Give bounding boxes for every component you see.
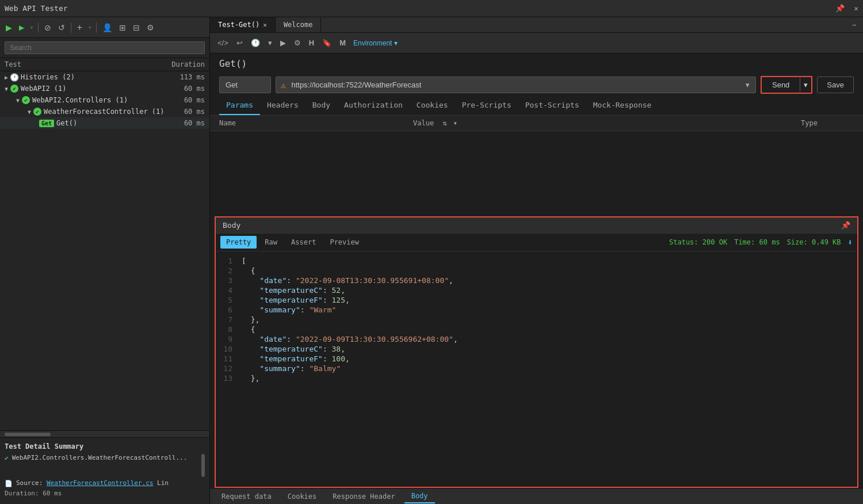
tab-test-get-label: Test-Get() bbox=[218, 21, 259, 29]
param-tab-auth[interactable]: Authorization bbox=[337, 96, 410, 115]
horizontal-scrollbar[interactable] bbox=[0, 430, 209, 437]
param-tab-body[interactable]: Body bbox=[306, 96, 337, 115]
chevron-histories[interactable]: ▶ bbox=[5, 74, 8, 81]
run-button[interactable]: ▶ bbox=[17, 22, 26, 33]
run-rt-button[interactable]: ▶ bbox=[277, 37, 289, 48]
tree-header-test: Test bbox=[5, 60, 159, 68]
send-wrap: Send ▾ bbox=[761, 76, 812, 94]
code-line: 9 "date": "2022-09-09T13:30:30.9556962+0… bbox=[216, 334, 857, 344]
settings-rt-button[interactable]: ⚙ bbox=[291, 37, 304, 48]
send-button[interactable]: Send bbox=[761, 76, 800, 94]
bottom-tab-request[interactable]: Request data bbox=[215, 490, 278, 503]
request-title: Get() bbox=[210, 54, 863, 74]
tab-test-get-close[interactable]: ✕ bbox=[263, 21, 267, 29]
tree-header: Test Duration bbox=[0, 58, 209, 71]
download-icon[interactable]: ⬇ bbox=[848, 238, 853, 247]
grid-button[interactable]: ⊞ bbox=[117, 22, 128, 33]
history-dropdown-button[interactable]: ▾ bbox=[265, 37, 275, 48]
line-content: "summary": "Warm" bbox=[242, 306, 857, 314]
body-pin-icon[interactable]: 📌 bbox=[841, 221, 850, 230]
pin-icon[interactable]: 📌 bbox=[835, 4, 845, 13]
environment-button[interactable]: Environment ▾ bbox=[353, 39, 398, 47]
sort-icon[interactable]: ⇅ bbox=[442, 119, 446, 127]
tree-item-weathercontroller[interactable]: ▼ ✔ WeatherForecastController (1) 60 ms bbox=[0, 106, 209, 117]
detail-item-class: ✔ WebAPI2.Controllers.WeatherForecastCon… bbox=[5, 454, 205, 477]
params-table-body bbox=[210, 131, 863, 212]
params-table-header: Name Value ⇅ ▾ Type bbox=[210, 116, 863, 131]
code-line: 4 "temperatureC": 52, bbox=[216, 285, 857, 295]
tree-item-histories[interactable]: ▶ 🕐 Histories (2) 113 ms bbox=[0, 71, 209, 83]
add-button[interactable]: + bbox=[75, 21, 85, 34]
chevron-weathercontroller[interactable]: ▼ bbox=[28, 109, 31, 115]
close-icon[interactable]: ✕ bbox=[854, 4, 858, 13]
line-content: "summary": "Balmy" bbox=[242, 364, 857, 373]
bottom-tab-response-header[interactable]: Response Header bbox=[326, 490, 402, 503]
detail-summary-title: Test Detail Summary bbox=[5, 442, 205, 450]
env-dropdown-icon: ▾ bbox=[394, 39, 398, 47]
method-select[interactable]: Get Post Put Delete Patch bbox=[219, 77, 271, 93]
resp-tab-pretty[interactable]: Pretty bbox=[220, 236, 257, 249]
param-tab-params[interactable]: Params bbox=[219, 96, 260, 115]
title-bar: Web API Tester 📌 ✕ bbox=[0, 0, 863, 17]
detail-class-text: WebAPI2.Controllers.WeatherForecastContr… bbox=[12, 454, 198, 461]
line-number: 7 bbox=[216, 315, 242, 324]
bottom-tab-body[interactable]: Body bbox=[404, 490, 435, 503]
line-number: 1 bbox=[216, 257, 242, 265]
check-icon: ✔ bbox=[5, 455, 9, 462]
h-button[interactable]: H bbox=[306, 37, 317, 48]
tab-welcome[interactable]: Welcome bbox=[276, 17, 322, 32]
tree-item-webapi2[interactable]: ▼ ✔ WebAPI2 (1) 60 ms bbox=[0, 83, 209, 94]
resp-tab-raw[interactable]: Raw bbox=[259, 236, 283, 249]
sort-dropdown[interactable]: ▾ bbox=[453, 119, 457, 127]
param-tab-postscripts[interactable]: Post-Scripts bbox=[518, 96, 586, 115]
param-tabs: Params Headers Body Authorization Cookie… bbox=[210, 96, 863, 116]
resp-tab-preview[interactable]: Preview bbox=[324, 236, 365, 249]
url-dropdown-button[interactable]: ▾ bbox=[744, 79, 751, 90]
bottom-tab-cookies[interactable]: Cookies bbox=[281, 490, 324, 503]
history-button[interactable]: 🕐 bbox=[248, 37, 263, 48]
line-number: 6 bbox=[216, 306, 242, 314]
resp-tab-assert[interactable]: Assert bbox=[285, 236, 322, 249]
stop-button[interactable]: ⊘ bbox=[42, 22, 54, 33]
code-line: 11 "temperatureF": 100, bbox=[216, 354, 857, 364]
webapi2-label: WebAPI2 (1) bbox=[21, 85, 165, 93]
save-button[interactable]: Save bbox=[817, 77, 854, 93]
param-tab-mock[interactable]: Mock-Response bbox=[586, 96, 659, 115]
tabs-expand[interactable]: ⋯ bbox=[845, 18, 863, 32]
send-dropdown-button[interactable]: ▾ bbox=[800, 76, 812, 94]
m-button[interactable]: M bbox=[337, 37, 349, 48]
param-tab-cookies[interactable]: Cookies bbox=[410, 96, 455, 115]
line-content: }, bbox=[242, 374, 857, 383]
get-method-duration: 60 ms bbox=[165, 119, 205, 127]
controllers-duration: 60 ms bbox=[165, 96, 205, 104]
search-input[interactable] bbox=[5, 41, 205, 54]
url-input-wrap: ⚠ ▾ bbox=[276, 77, 756, 93]
tree-item-get[interactable]: Get Get() 60 ms bbox=[0, 117, 209, 129]
user-button[interactable]: 👤 bbox=[100, 22, 114, 33]
response-status: Status: 200 OK Time: 60 ms Size: 0.49 KB… bbox=[669, 238, 853, 247]
app-title: Web API Tester bbox=[5, 4, 68, 13]
chevron-controllers[interactable]: ▼ bbox=[16, 97, 20, 104]
param-tab-prescripts[interactable]: Pre-Scripts bbox=[455, 96, 518, 115]
status-text: Status: 200 OK bbox=[669, 238, 727, 246]
undo-button[interactable]: ↩ bbox=[234, 37, 246, 48]
refresh-button[interactable]: ↺ bbox=[56, 22, 67, 33]
param-tab-headers[interactable]: Headers bbox=[260, 96, 306, 115]
source-link[interactable]: WeatherForecastController.cs bbox=[47, 479, 153, 487]
url-input[interactable] bbox=[289, 77, 744, 93]
col-value: Value ⇅ ▾ bbox=[413, 119, 801, 127]
tab-test-get[interactable]: Test-Get() ✕ bbox=[210, 17, 276, 32]
grid2-button[interactable]: ⊟ bbox=[131, 22, 142, 33]
line-content: { bbox=[242, 325, 857, 334]
line-number: 13 bbox=[216, 374, 242, 383]
code-button[interactable]: </> bbox=[215, 37, 231, 48]
code-line: 7 }, bbox=[216, 315, 857, 324]
tree-item-controllers[interactable]: ▼ ✔ WebAPI2.Controllers (1) 60 ms bbox=[0, 94, 209, 106]
gear-button[interactable]: ⚙ bbox=[144, 22, 156, 33]
line-number: 10 bbox=[216, 345, 242, 353]
time-text: Time: 60 ms bbox=[734, 238, 780, 246]
chevron-webapi2[interactable]: ▼ bbox=[5, 86, 8, 92]
left-panel: ▶ ▶ ▾ ⊘ ↺ + ▾ 👤 ⊞ ⊟ ⚙ Test Duration bbox=[0, 17, 210, 504]
bookmark-button[interactable]: 🔖 bbox=[319, 37, 334, 48]
run-all-button[interactable]: ▶ bbox=[3, 22, 14, 33]
